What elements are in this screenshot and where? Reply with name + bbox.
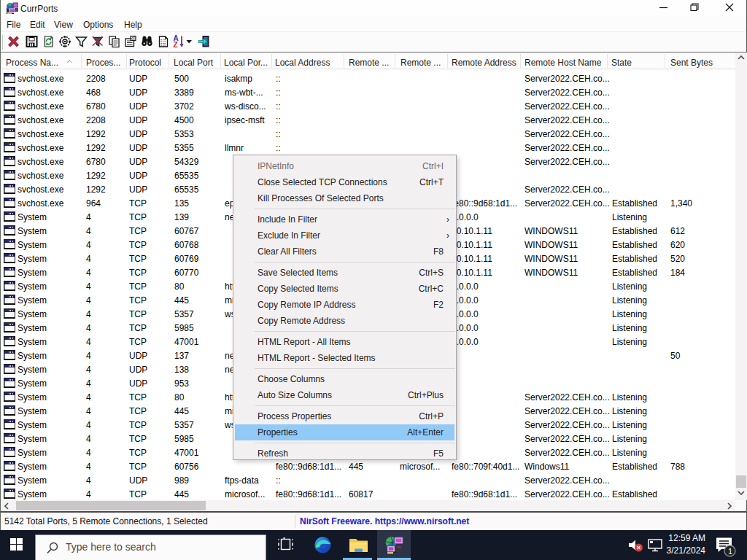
svg-text:Z: Z xyxy=(174,41,178,49)
svg-text:1: 1 xyxy=(728,547,732,556)
